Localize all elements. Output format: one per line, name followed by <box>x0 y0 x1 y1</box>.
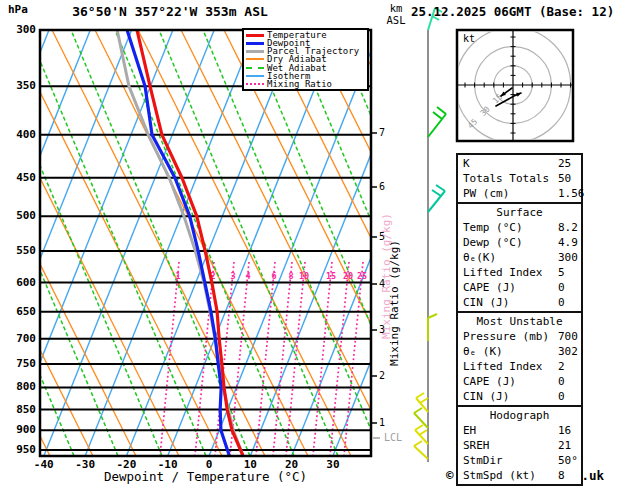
pressure-tick-label: 800 <box>6 380 36 393</box>
table-row: Temp (°C)8.2 <box>458 220 581 235</box>
plot-frame <box>40 30 371 456</box>
row-value: 4.9 <box>558 235 578 250</box>
row-value: 0 <box>558 280 565 295</box>
pressure-tick-label: 550 <box>6 244 36 257</box>
row-value: 50 <box>558 171 571 186</box>
pressure-tick-label: 400 <box>6 128 36 141</box>
km-unit: km <box>384 2 408 14</box>
km-tick-label: 7 <box>379 127 385 138</box>
table-row: Lifted Index2 <box>458 359 581 374</box>
row-value: 300 <box>558 250 578 265</box>
legend-swatch-wet-adiabat <box>246 67 264 69</box>
indices-table-most-unstable: Most UnstablePressure (mb)700θₑ (K)302Li… <box>456 311 583 407</box>
dry-adiabat-line <box>267 30 480 456</box>
wind-barb <box>414 441 422 446</box>
row-label: Lifted Index <box>463 266 542 279</box>
wind-barb <box>420 398 428 403</box>
table-row: Pressure (mb)700 <box>458 329 581 344</box>
hodograph-unit-label: kt <box>463 33 475 44</box>
row-label: EH <box>463 424 476 437</box>
mixing-ratio-tick-label: 10 <box>299 271 309 281</box>
pressure-tick-label: 850 <box>6 403 36 416</box>
table-row: CAPE (J)0 <box>458 374 581 389</box>
table-row: Dewp (°C)4.9 <box>458 235 581 250</box>
row-label: Totals Totals <box>463 172 549 185</box>
lcl-marker-label: LCL <box>384 432 402 443</box>
table-row: SREH21 <box>458 438 581 453</box>
pressure-tick-label: 750 <box>6 357 36 370</box>
row-value: 5 <box>558 265 565 280</box>
pressure-tick-label: 500 <box>6 209 36 222</box>
mixing-ratio-tick-label: 3 <box>230 271 235 281</box>
legend-swatch-mixing-ratio <box>246 83 264 85</box>
altitude-axis-unit: km ASL <box>384 2 408 26</box>
row-label: SREH <box>463 439 490 452</box>
km-tick-label: 1 <box>379 417 385 428</box>
mixing-ratio-line <box>344 262 363 456</box>
pressure-tick-label: 700 <box>6 332 36 345</box>
row-label: θₑ (K) <box>463 345 503 358</box>
row-label: Lifted Index <box>463 360 542 373</box>
table-row: CIN (J)0 <box>458 389 581 404</box>
indices-panel: K25Totals Totals50PW (cm)1.56SurfaceTemp… <box>456 153 583 486</box>
mixing-ratio-tick-label: 1 <box>175 271 180 281</box>
dry-adiabat-line <box>52 30 265 456</box>
km-tick-label: 3 <box>379 324 385 335</box>
legend-swatch-dewpoint <box>246 42 264 45</box>
station-title: 36°50'N 357°22'W 353m ASL <box>40 4 300 19</box>
pressure-tick-label: 350 <box>6 79 36 92</box>
table-row: CAPE (J)0 <box>458 280 581 295</box>
row-value: 2 <box>558 359 565 374</box>
pressure-tick-label: 300 <box>6 23 36 36</box>
isotherm-line <box>209 30 379 456</box>
legend-label: Mixing Ratio <box>267 80 332 88</box>
wind-barb <box>437 107 446 114</box>
row-value: 0 <box>558 295 565 310</box>
pressure-axis-unit: hPa <box>8 3 28 16</box>
pressure-tick-label: 600 <box>6 276 36 289</box>
indices-table-surface: SurfaceTemp (°C)8.2Dewp (°C)4.9θₑ(K)300L… <box>456 202 583 313</box>
asl-ref: ASL <box>384 14 408 26</box>
row-label: CAPE (J) <box>463 281 516 294</box>
pressure-tick-label: 450 <box>6 171 36 184</box>
row-value: 21 <box>558 438 571 453</box>
row-value: 0 <box>558 389 565 404</box>
mixing-ratio-tick-label: 6 <box>271 271 276 281</box>
table-row: θₑ(K)300 <box>458 250 581 265</box>
row-label: StmSpd (kt) <box>463 469 536 482</box>
row-label: CIN (J) <box>463 390 509 403</box>
wet-adiabat-line <box>203 30 382 456</box>
dry-adiabat-line <box>95 30 308 456</box>
km-tick-label: 2 <box>379 370 385 381</box>
legend-swatch-isotherm <box>246 75 264 77</box>
legend-box: TemperatureDewpointParcel TrajectoryDry … <box>242 28 369 91</box>
km-tick-label: 5 <box>379 231 385 242</box>
indices-table: K25Totals Totals50PW (cm)1.56 <box>456 153 583 204</box>
row-value: 16 <box>558 423 571 438</box>
row-value: 700 <box>558 329 578 344</box>
indices-table-hodograph: HodographEH16SREH21StmDir50°StmSpd (kt)8 <box>456 405 583 486</box>
row-label: Temp (°C) <box>463 221 523 234</box>
isotherm-line <box>44 30 214 456</box>
row-label: K <box>463 157 470 170</box>
wind-barb <box>419 430 427 435</box>
wind-barb <box>415 425 423 430</box>
row-label: PW (cm) <box>463 187 509 200</box>
pressure-tick-label: 650 <box>6 305 36 318</box>
table-header: Hodograph <box>458 408 581 423</box>
row-value: 8.2 <box>558 220 578 235</box>
row-label: θₑ(K) <box>463 251 496 264</box>
mixing-ratio-tick-label: 25 <box>357 271 367 281</box>
wind-barb <box>416 393 424 398</box>
table-row: θₑ (K)302 <box>458 344 581 359</box>
dry-adiabat-line <box>224 30 437 456</box>
legend-swatch-temperature <box>246 34 264 37</box>
mixing-ratio-tick-label: 15 <box>326 271 336 281</box>
km-tick-label: 6 <box>379 181 385 192</box>
legend-item: Mixing Ratio <box>246 80 367 88</box>
table-header: Most Unstable <box>458 314 581 329</box>
wind-barb <box>428 114 446 137</box>
wind-barb <box>428 314 437 318</box>
table-row: Lifted Index5 <box>458 265 581 280</box>
wind-barb <box>436 185 445 191</box>
